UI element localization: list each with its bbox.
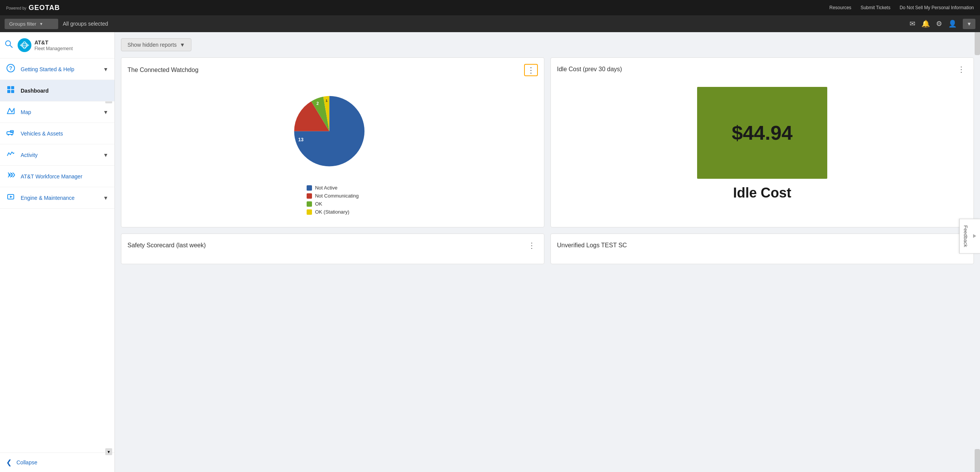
groups-filter-button[interactable]: Groups filter ▼ [5, 19, 58, 29]
sidebar-header: AT&T Fleet Management [0, 32, 114, 59]
idle-cost-container: $44.94 Idle Cost [557, 79, 967, 209]
svg-marker-21 [10, 196, 13, 198]
user-icon-button[interactable]: 👤 [948, 20, 957, 28]
getting-started-chevron: ▼ [103, 66, 108, 72]
groups-bar-icons: ✉ 🔔 ⚙ 👤 ▼ [910, 19, 975, 29]
svg-text:2: 2 [317, 101, 319, 106]
feedback-tab[interactable]: Feedback [959, 219, 980, 253]
show-hidden-reports-button[interactable]: Show hidden reports ▼ [121, 38, 191, 51]
brand-logo: AT&T Fleet Management [18, 38, 73, 52]
att-logo-icon [18, 38, 31, 52]
pie-chart: 13 2 1 [279, 87, 386, 179]
svg-point-18 [11, 173, 12, 175]
legend-color-not-communicating [307, 193, 312, 199]
svg-marker-12 [7, 108, 14, 114]
card-grid: The Connected Watchdog ⋮ [121, 57, 974, 227]
sidebar-item-dashboard[interactable]: Dashboard [0, 80, 114, 101]
legend-not-communicating: Not Communicating [307, 193, 359, 199]
unverified-logs-card-title: Unverified Logs TEST SC [557, 242, 627, 249]
groups-filter-label: Groups filter [9, 21, 36, 27]
unverified-logs-card-header: Unverified Logs TEST SC ⋮ [557, 240, 967, 251]
activity-icon [6, 150, 15, 160]
idle-cost-label: Idle Cost [733, 185, 791, 201]
top-bar: Powered by GEOTAB Resources Submit Ticke… [0, 0, 980, 15]
sidebar-item-att-workforce[interactable]: AT&T Workforce Manager [0, 166, 114, 187]
legend-color-not-active [307, 185, 312, 191]
user-dropdown-button[interactable]: ▼ [963, 19, 975, 29]
email-icon-button[interactable]: ✉ [910, 20, 915, 28]
svg-point-17 [8, 174, 10, 176]
submit-tickets-link[interactable]: Submit Tickets [861, 5, 890, 10]
safety-scorecard-card-menu-button[interactable]: ⋮ [526, 240, 538, 251]
user-dropdown-arrow: ▼ [967, 21, 972, 27]
legend-ok: OK [307, 201, 359, 207]
idle-cost-box: $44.94 [697, 87, 827, 179]
safety-scorecard-card-header: Safety Scorecard (last week) ⋮ [127, 240, 538, 251]
idle-cost-card-title: Idle Cost (prev 30 days) [557, 66, 622, 73]
sidebar-item-vehicles-assets[interactable]: Vehicles & Assets [0, 123, 114, 144]
svg-point-16 [11, 134, 13, 136]
show-hidden-label: Show hidden reports [127, 42, 176, 48]
legend-not-active: Not Active [307, 185, 359, 191]
sidebar-item-activity[interactable]: Activity ▼ [0, 144, 114, 166]
unverified-logs-card: Unverified Logs TEST SC ⋮ [550, 234, 974, 264]
map-icon [6, 107, 15, 117]
watchdog-card-title: The Connected Watchdog [127, 67, 198, 73]
svg-marker-25 [973, 234, 976, 238]
idle-cost-card-header: Idle Cost (prev 30 days) ⋮ [557, 64, 967, 75]
legend-label-not-active: Not Active [315, 185, 338, 191]
sidebar-scroll-down-button[interactable]: ▼ [105, 448, 112, 455]
legend-label-not-communicating: Not Communicating [315, 193, 359, 199]
brand-text: AT&T Fleet Management [34, 39, 73, 51]
getting-started-icon: ? [6, 64, 15, 74]
svg-rect-8 [7, 86, 10, 89]
pie-chart-container: 13 2 1 Not Active Not Communicating [127, 81, 538, 221]
sidebar: AT&T Fleet Management ▲ ? Getting Starte… [0, 32, 115, 472]
svg-rect-11 [11, 90, 14, 93]
collapse-button[interactable]: ❮ Collapse [0, 452, 114, 472]
engine-maintenance-chevron: ▼ [103, 195, 108, 201]
svg-text:1: 1 [326, 98, 328, 103]
collapse-icon: ❮ [6, 458, 12, 467]
pie-legend: Not Active Not Communicating OK OK [307, 185, 359, 215]
groups-bar: Groups filter ▼ All groups selected ✉ 🔔 … [0, 15, 980, 32]
watchdog-card-menu-button[interactable]: ⋮ [524, 64, 538, 76]
resources-link[interactable]: Resources [830, 5, 851, 10]
legend-label-ok: OK [315, 201, 322, 207]
sidebar-item-engine-maintenance[interactable]: Engine & Maintenance ▼ [0, 187, 114, 209]
sidebar-item-map[interactable]: Map ▼ [0, 101, 114, 123]
logo-area: Powered by GEOTAB [6, 4, 60, 12]
legend-label-ok-stationary: OK (Stationary) [315, 209, 350, 215]
feedback-expand-icon [972, 234, 977, 239]
att-workforce-icon [6, 171, 15, 181]
svg-text:?: ? [9, 65, 13, 71]
sidebar-item-getting-started[interactable]: ? Getting Started & Help ▼ [0, 59, 114, 80]
safety-scorecard-card-title: Safety Scorecard (last week) [127, 242, 206, 249]
search-icon[interactable] [5, 40, 13, 51]
svg-text:13: 13 [298, 137, 304, 142]
idle-cost-card-menu-button[interactable]: ⋮ [955, 64, 967, 75]
svg-rect-10 [7, 90, 10, 93]
main-layout: AT&T Fleet Management ▲ ? Getting Starte… [0, 32, 980, 472]
watchdog-card: The Connected Watchdog ⋮ [121, 57, 544, 227]
safety-scorecard-card: Safety Scorecard (last week) ⋮ [121, 234, 544, 264]
notifications-icon-button[interactable]: 🔔 [921, 20, 930, 28]
do-not-sell-link[interactable]: Do Not Sell My Personal Information [900, 5, 974, 10]
feedback-label: Feedback [963, 225, 969, 247]
activity-chevron: ▼ [103, 152, 108, 158]
svg-rect-9 [11, 86, 14, 89]
scroll-indicator-top [975, 32, 980, 55]
bottom-card-grid: Safety Scorecard (last week) ⋮ Unverifie… [121, 234, 974, 264]
all-groups-text: All groups selected [63, 21, 905, 27]
groups-filter-arrow: ▼ [39, 22, 43, 26]
legend-color-ok-stationary [307, 209, 312, 215]
map-chevron: ▼ [103, 109, 108, 115]
settings-icon-button[interactable]: ⚙ [936, 20, 942, 28]
vehicles-assets-icon [6, 128, 15, 139]
content-area: Show hidden reports ▼ The Connected Watc… [115, 32, 980, 472]
engine-maintenance-icon [6, 193, 15, 203]
powered-by-text: Powered by [6, 4, 26, 11]
show-hidden-arrow: ▼ [180, 42, 185, 48]
watchdog-card-header: The Connected Watchdog ⋮ [127, 64, 538, 76]
legend-ok-stationary: OK (Stationary) [307, 209, 359, 215]
